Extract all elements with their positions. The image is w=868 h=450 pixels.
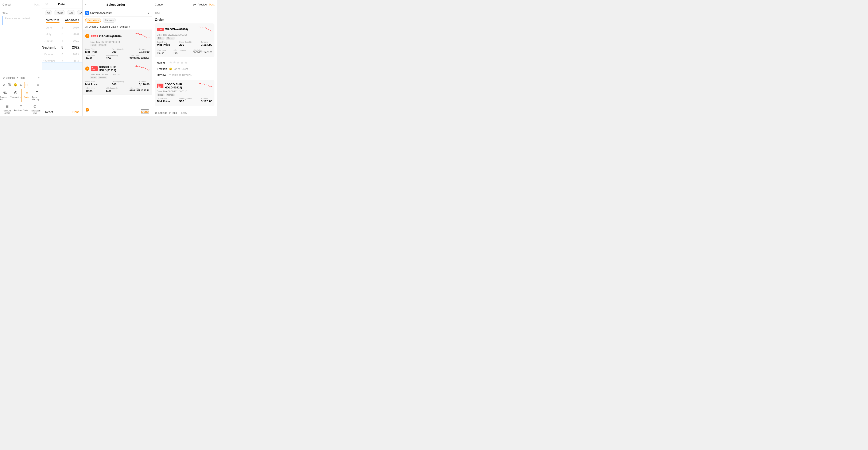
month-june[interactable]: June (42, 24, 56, 31)
order-card-2[interactable]: ✓ B Sell COSCO SHIP HOLD(01919) Order Ti… (83, 62, 152, 95)
symbol-chip-panel3[interactable]: Symbol ∨ (120, 25, 130, 28)
emotion-select[interactable]: 🙂 Tap to Select (169, 67, 188, 71)
rating-label: Rating (157, 61, 167, 64)
filled-time-label-2: Filled Time (129, 87, 149, 89)
widget-order[interactable]: ≡ Order (22, 89, 32, 102)
month-october[interactable]: October (42, 51, 56, 58)
review-row: Review ✏ Write an Review... (155, 72, 214, 78)
positions-details-nav[interactable]: ⊟ Positions Details (0, 102, 14, 116)
day-2[interactable]: 2 (56, 24, 69, 31)
cancel-button[interactable]: Cancel (3, 3, 11, 6)
topic-button[interactable]: # Topic (17, 77, 25, 79)
stars[interactable]: ★ ★ ★ ★ ★ (169, 61, 187, 64)
end-date-val[interactable]: 09/08/2022 (65, 19, 79, 23)
month-july[interactable]: July (42, 31, 56, 37)
topic-button-panel4[interactable]: # Topic (169, 111, 177, 114)
settings-button-panel4[interactable]: ⚙ Settings (155, 111, 167, 114)
all-quick-btn[interactable]: All (45, 10, 52, 15)
settings-button[interactable]: ⚙ Settings (3, 77, 15, 79)
year-column[interactable]: 2019 2020 2021 2022 2023 2024 (69, 24, 83, 108)
order-qty-val-2: 500 (112, 83, 124, 86)
settings-topic-row-panel4: ⚙ Settings # Topic antity (152, 110, 217, 116)
checkbox-2[interactable]: ✓ (85, 66, 89, 71)
star-2[interactable]: ★ (173, 61, 176, 64)
star-4[interactable]: ★ (181, 61, 183, 64)
emoji-button[interactable]: 🙂 (13, 82, 18, 88)
positions-stats-nav[interactable]: ≡ Positions Stats (14, 102, 28, 116)
star-5[interactable]: ★ (184, 61, 187, 64)
star-3[interactable]: ★ (177, 61, 180, 64)
reset-button[interactable]: Reset (45, 110, 53, 114)
widget-pl[interactable]: % Today's P/L (0, 89, 10, 102)
top-bar-right-panel4: ↕≡ Preview Post (193, 3, 214, 6)
back-button-panel3[interactable]: ‹ (85, 3, 86, 6)
detail-market-2: Market (166, 93, 175, 96)
text-format-button[interactable]: A (2, 82, 6, 88)
preview-button[interactable]: Preview (197, 3, 207, 6)
detail-symbol-1: XIAOMI-W(01810) (165, 28, 188, 31)
order-detail-panel: Order B Sell XIAOMI-W(01810) Order Time … (152, 16, 217, 110)
toolbar-row: A 🖼 🙂 00 ⊘ ··· ≡ (0, 81, 42, 89)
list-icon-wrap: ≡ 4 (86, 109, 88, 114)
star-1[interactable]: ★ (169, 61, 172, 64)
selection-badge: 4 (86, 108, 89, 111)
review-input[interactable]: ✏ Write an Review... (169, 74, 192, 77)
more-button[interactable]: ··· (30, 82, 35, 88)
transaction-stats-label: Transaction Stats (28, 110, 42, 114)
month-august[interactable]: August (42, 37, 56, 44)
quick-filters: All Today 1W 1M 3M (42, 8, 83, 17)
order-widget-button[interactable]: ⊘ (24, 82, 29, 88)
post-button-panel4[interactable]: Post (209, 3, 214, 6)
title-input-area[interactable]: Please enter the text (3, 16, 39, 25)
date-picker-close-button[interactable]: ✕ (45, 2, 48, 6)
1w-quick-btn[interactable]: 1W (67, 10, 75, 15)
transaction-stats-nav[interactable]: ⊘ Transaction Stats (28, 102, 42, 116)
today-quick-btn[interactable]: Today (54, 10, 65, 15)
done-button-panel3[interactable]: Done (141, 109, 149, 114)
title-label: Title (3, 12, 39, 15)
settings-icon-panel4: ⚙ (155, 111, 157, 114)
start-date-val[interactable]: 09/05/2022 (46, 19, 59, 23)
order-chart-2 (135, 64, 150, 73)
sort-button[interactable]: ↕≡ (193, 3, 196, 6)
day-5[interactable]: 5 (56, 44, 69, 51)
order-symbol-1: XIAOMI-W(01810) (99, 35, 122, 38)
futures-tab-panel3[interactable]: Futures (103, 18, 116, 23)
securities-tab-panel3[interactable]: Securities (85, 18, 101, 23)
widget-transaction[interactable]: ⏱ Transaction (10, 89, 22, 102)
checkbox-1[interactable]: ✓ (85, 34, 89, 38)
month-column[interactable]: June July August September October Novem… (42, 24, 56, 108)
order-card-1[interactable]: ✓ B Sell XIAOMI-W(01810) Order Time 09/0… (83, 30, 152, 62)
year-2023[interactable]: 2023 (69, 51, 83, 58)
year-2021[interactable]: 2021 (69, 37, 83, 44)
done-button-picker[interactable]: Done (72, 110, 80, 114)
top-bar-panel4: Cancel ↕≡ Preview Post (152, 0, 217, 9)
scroll-picker[interactable]: June July August September October Novem… (42, 24, 83, 108)
image-button[interactable]: 🖼 (7, 82, 12, 88)
order-meta-1: Order Time 09/08/2022 10:33:56 (90, 41, 150, 43)
post-editor-panel4: Cancel ↕≡ Preview Post Title Order B Sel… (152, 0, 217, 116)
cancel-button-panel4[interactable]: Cancel (155, 3, 163, 6)
day-6[interactable]: 6 (56, 51, 69, 58)
year-2020[interactable]: 2020 (69, 31, 83, 37)
year-2024[interactable]: 2024 (69, 58, 83, 64)
1m-quick-btn[interactable]: 1M (77, 10, 83, 15)
detail-order-price-label-2: Order Price (157, 97, 170, 100)
selected-date-chip-panel3[interactable]: Selected Date ∨ (100, 25, 118, 28)
align-button[interactable]: ≡ (35, 82, 40, 88)
settings-topic-row: ⚙ Settings # Topic ▾ (0, 75, 42, 81)
detail-order-price-label-1: Order Price (157, 41, 170, 43)
all-orders-chip-panel3[interactable]: All Orders ∨ (85, 25, 98, 28)
month-november[interactable]: November (42, 58, 56, 64)
widget-trade-marking[interactable]: T Trade Marking (32, 89, 42, 102)
year-2019[interactable]: 2019 (69, 24, 83, 31)
day-4[interactable]: 4 (56, 37, 69, 44)
day-7[interactable]: 7 (56, 58, 69, 64)
month-september[interactable]: September (42, 44, 56, 51)
account-bar-panel3[interactable]: C Universal Account ∨ (83, 9, 152, 17)
day-column[interactable]: 2 3 4 5 6 7 (56, 24, 69, 108)
media-button[interactable]: 00 (19, 82, 23, 88)
post-button[interactable]: Post (34, 3, 39, 6)
year-2022[interactable]: 2022 (69, 44, 83, 51)
day-3[interactable]: 3 (56, 31, 69, 37)
